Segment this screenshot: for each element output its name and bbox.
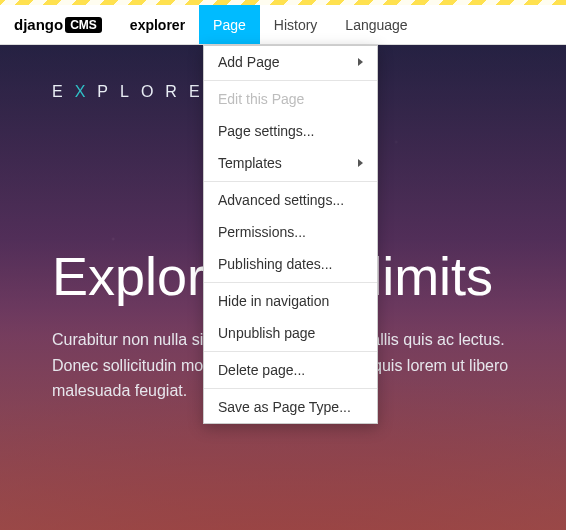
menu-separator [204, 80, 377, 81]
logo-part: E [52, 83, 75, 100]
menu-templates[interactable]: Templates [204, 147, 377, 179]
menu-label: Hide in navigation [218, 293, 329, 309]
menu-label: Templates [218, 155, 282, 171]
logo-x: X [75, 83, 98, 100]
menu-page-settings[interactable]: Page settings... [204, 115, 377, 147]
brand-base: django [14, 16, 63, 33]
menu-separator [204, 351, 377, 352]
menu-label: Delete page... [218, 362, 305, 378]
menu-delete-page[interactable]: Delete page... [204, 354, 377, 386]
toolbar-page-menu[interactable]: Page [199, 5, 260, 44]
menu-label: Unpublish page [218, 325, 315, 341]
menu-label: Advanced settings... [218, 192, 344, 208]
menu-advanced-settings[interactable]: Advanced settings... [204, 184, 377, 216]
toolbar-history-menu[interactable]: History [260, 5, 332, 44]
menu-hide-in-navigation[interactable]: Hide in navigation [204, 285, 377, 317]
brand-tag: CMS [65, 17, 102, 33]
menu-label: Add Page [218, 54, 280, 70]
menu-permissions[interactable]: Permissions... [204, 216, 377, 248]
page-dropdown-menu: Add Page Edit this Page Page settings...… [203, 45, 378, 424]
menu-save-as-page-type[interactable]: Save as Page Type... [204, 391, 377, 423]
menu-separator [204, 181, 377, 182]
menu-publishing-dates[interactable]: Publishing dates... [204, 248, 377, 280]
menu-separator [204, 282, 377, 283]
cms-toolbar: django CMS explorer Page History Languag… [0, 5, 566, 45]
toolbar-site-menu[interactable]: explorer [116, 5, 199, 44]
menu-add-page[interactable]: Add Page [204, 46, 377, 78]
menu-edit-this-page: Edit this Page [204, 83, 377, 115]
menu-separator [204, 388, 377, 389]
menu-label: Edit this Page [218, 91, 304, 107]
brand[interactable]: django CMS [0, 5, 116, 44]
menu-label: Permissions... [218, 224, 306, 240]
chevron-right-icon [358, 159, 363, 167]
menu-label: Page settings... [218, 123, 315, 139]
toolbar-language-menu[interactable]: Language [331, 5, 421, 44]
menu-unpublish-page[interactable]: Unpublish page [204, 317, 377, 349]
chevron-right-icon [358, 58, 363, 66]
menu-label: Save as Page Type... [218, 399, 351, 415]
menu-label: Publishing dates... [218, 256, 332, 272]
